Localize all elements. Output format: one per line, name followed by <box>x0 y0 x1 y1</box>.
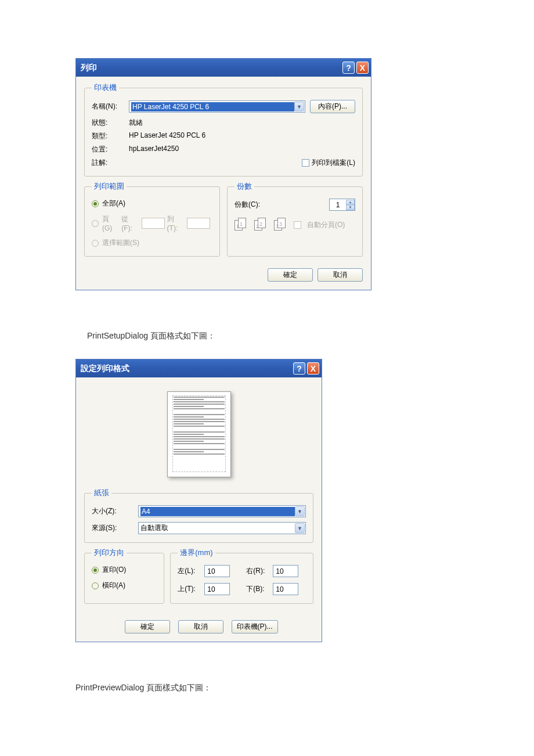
paper-group: 紙張 大小(Z): A4 ▼ 來源(S): 自動選取 ▼ <box>84 488 313 543</box>
orientation-group-legend: 列印方向 <box>92 548 127 558</box>
print-to-file-checkbox[interactable]: 列印到檔案(L) <box>302 158 355 168</box>
checkbox-icon <box>302 159 309 167</box>
right-label: 右(R): <box>246 566 268 576</box>
range-all-radio[interactable]: 全部(A) <box>92 199 212 208</box>
radio-on-icon <box>92 567 99 574</box>
status-value: 就緒 <box>129 118 355 128</box>
location-label: 位置: <box>92 145 129 154</box>
size-label: 大小(Z): <box>92 506 138 516</box>
source-label: 來源(S): <box>92 523 138 533</box>
portrait-radio[interactable]: 直印(O) <box>92 565 157 575</box>
paper-source-value: 自動選取 <box>140 523 295 533</box>
range-selection-radio: 選擇範圍(S) <box>92 238 212 248</box>
name-label: 名稱(N): <box>92 102 129 111</box>
paper-size-select[interactable]: A4 ▼ <box>138 505 306 517</box>
chevron-down-icon: ▼ <box>294 102 304 111</box>
titlebar-title: 列印 <box>81 63 342 73</box>
right-input[interactable]: 10 <box>273 565 298 577</box>
cancel-button[interactable]: 取消 <box>317 268 363 282</box>
copies-label: 份數(C): <box>234 200 260 210</box>
ok-button[interactable]: 確定 <box>125 620 170 633</box>
page-setup-dialog: 設定列印格式 ? X <box>75 359 322 642</box>
caption-text: PrintSetupDialog 頁面格式如下圖： <box>87 331 459 341</box>
checkbox-icon <box>294 221 301 229</box>
radio-off-icon <box>92 240 99 247</box>
left-input[interactable]: 10 <box>204 565 230 577</box>
printer-button[interactable]: 印表機(P)... <box>232 620 278 633</box>
radio-off-icon <box>92 582 99 589</box>
spinner-up-icon[interactable]: ▲ <box>346 200 355 205</box>
type-label: 類型: <box>92 131 129 141</box>
copies-value: 1 <box>330 201 346 209</box>
copies-group: 份數 份數(C): 1 ▲ ▼ 1 1 <box>227 181 363 257</box>
properties-button[interactable]: 內容(P)... <box>310 100 355 113</box>
radio-off-icon <box>92 220 99 227</box>
type-value: HP LaserJet 4250 PCL 6 <box>129 131 355 141</box>
collate-icon: 3 3 <box>274 218 290 232</box>
top-input[interactable]: 10 <box>204 583 230 595</box>
landscape-radio[interactable]: 橫印(A) <box>92 581 157 591</box>
margins-group: 邊界(mm) 左(L): 10 右(R): 10 上(T): 10 下(B): … <box>170 548 313 604</box>
bottom-input[interactable]: 10 <box>273 583 298 595</box>
titlebar: 列印 ? X <box>76 59 371 77</box>
radio-on-icon <box>92 200 99 207</box>
print-range-group: 列印範圍 全部(A) 頁(G) 從(F): 到(T): 選擇範圍(S) <box>84 181 220 257</box>
to-input <box>187 218 210 229</box>
comment-label: 註解: <box>92 158 129 168</box>
collate-icon: 2 2 <box>254 218 270 232</box>
help-button[interactable]: ? <box>293 362 305 375</box>
from-input <box>142 218 165 229</box>
cancel-button[interactable]: 取消 <box>178 620 223 633</box>
range-pages-radio: 頁(G) 從(F): 到(T): <box>92 214 212 232</box>
printer-group-legend: 印表機 <box>92 82 119 93</box>
ok-button[interactable]: 確定 <box>268 268 313 282</box>
chevron-down-icon: ▼ <box>295 523 305 533</box>
titlebar: 設定列印格式 ? X <box>76 359 322 377</box>
location-value: hpLaserJet4250 <box>129 145 355 154</box>
status-label: 狀態: <box>92 118 129 128</box>
caption-text: PrintPreviewDialog 頁面樣式如下圖： <box>75 683 459 693</box>
left-label: 左(L): <box>178 566 200 576</box>
close-button[interactable]: X <box>307 362 319 375</box>
paper-group-legend: 紙張 <box>92 488 111 498</box>
printer-name-select[interactable]: HP LaserJet 4250 PCL 6 ▼ <box>129 100 305 113</box>
page-preview <box>84 383 313 488</box>
top-label: 上(T): <box>178 584 200 594</box>
paper-size-value: A4 <box>140 507 295 516</box>
copies-group-legend: 份數 <box>234 181 254 192</box>
collate-checkbox: 1 1 2 2 3 3 自動分頁(O) <box>234 218 355 232</box>
help-button[interactable]: ? <box>342 62 355 74</box>
collate-icon: 1 1 <box>234 218 251 232</box>
preview-page-icon <box>167 391 231 477</box>
chevron-down-icon: ▼ <box>295 506 305 516</box>
close-button[interactable]: X <box>356 62 369 74</box>
range-group-legend: 列印範圍 <box>92 181 127 192</box>
printer-group: 印表機 名稱(N): HP LaserJet 4250 PCL 6 ▼ 內容(P… <box>84 82 363 177</box>
copies-spinner[interactable]: 1 ▲ ▼ <box>329 199 355 211</box>
printer-name-value: HP LaserJet 4250 PCL 6 <box>131 102 294 111</box>
paper-source-select[interactable]: 自動選取 ▼ <box>138 522 306 534</box>
orientation-group: 列印方向 直印(O) 橫印(A) <box>84 548 164 604</box>
spinner-down-icon[interactable]: ▼ <box>346 205 355 210</box>
print-dialog: 列印 ? X 印表機 名稱(N): HP LaserJet 4250 PCL 6… <box>75 58 371 290</box>
bottom-label: 下(B): <box>246 584 268 594</box>
margins-group-legend: 邊界(mm) <box>178 548 215 558</box>
titlebar-title: 設定列印格式 <box>81 363 293 374</box>
